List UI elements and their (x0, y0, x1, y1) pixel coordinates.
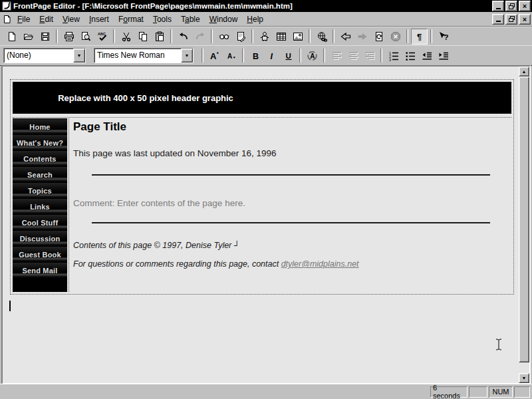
menu-insert[interactable]: Insert (84, 13, 114, 25)
menu-table[interactable]: Table (176, 13, 205, 25)
child-minimize-icon (496, 21, 501, 22)
child-minimize-button[interactable] (492, 14, 504, 25)
font-dropdown-button[interactable]: ▼ (181, 49, 193, 63)
nav-button-cool-stuff[interactable]: Cool Stuff (13, 215, 67, 230)
insert-image-button[interactable] (289, 29, 306, 45)
minimize-icon (496, 8, 501, 9)
horizontal-rule[interactable] (92, 174, 490, 176)
redo-icon (195, 31, 205, 42)
show-frontpage-explorer-button[interactable] (215, 29, 232, 45)
align-center-button[interactable] (344, 48, 361, 64)
copyright-text: Contents of this page © 1997, Denise Tyl… (73, 241, 234, 250)
underline-button[interactable]: U (280, 48, 297, 64)
underline-icon: U (283, 51, 294, 61)
align-left-button[interactable] (328, 48, 344, 64)
check-spelling-button[interactable]: ABC (94, 29, 110, 45)
menu-help[interactable]: Help (242, 13, 268, 25)
scrollbar-thumb[interactable] (519, 76, 529, 362)
horizontal-rule[interactable] (92, 222, 490, 223)
frontpage-app-icon[interactable] (2, 1, 11, 11)
menu-view[interactable]: View (58, 13, 84, 25)
nav-button-whats-new[interactable]: What's New? (13, 135, 67, 150)
nav-button-contents[interactable]: Contents (13, 151, 67, 166)
nav-button-guest-book[interactable]: Guest Book (13, 247, 67, 262)
font-family-combo[interactable]: Times New Roman ▼ (94, 48, 194, 63)
nav-button-links[interactable]: Links (13, 199, 67, 214)
cut-button[interactable] (118, 29, 134, 45)
page-content[interactable]: Page Title This page was last updated on… (68, 118, 511, 292)
bold-button[interactable]: B (247, 48, 263, 64)
menu-window[interactable]: Window (205, 13, 243, 25)
svg-text:A: A (210, 51, 217, 61)
titlebar[interactable]: FrontPage Editor - [F:\Microsoft FrontPa… (0, 0, 532, 12)
text-color-button[interactable]: A (304, 48, 321, 64)
scroll-down-button[interactable]: ▼ (519, 373, 529, 383)
document-window-icon[interactable] (3, 15, 11, 24)
child-restore-button[interactable] (505, 14, 517, 25)
document-canvas[interactable]: Replace with 400 x 50 pixel header graph… (3, 66, 519, 383)
minimize-button[interactable] (492, 1, 504, 11)
undo-button[interactable] (175, 29, 192, 45)
stop-button[interactable] (387, 29, 404, 45)
print-preview-button[interactable] (77, 29, 94, 45)
header-banner[interactable]: Replace with 400 x 50 pixel header graph… (13, 82, 511, 114)
increase-indent-button[interactable] (435, 48, 452, 64)
scroll-up-button[interactable]: ▲ (519, 66, 529, 76)
print-button[interactable] (61, 29, 77, 45)
template-table[interactable]: Replace with 400 x 50 pixel header graph… (10, 79, 514, 295)
numbered-list-icon: 123 (388, 51, 399, 61)
copy-button[interactable] (134, 29, 151, 45)
increase-text-size-button[interactable]: A (206, 48, 223, 64)
show-todo-list-button[interactable] (232, 29, 249, 45)
paragraph-style-combo[interactable]: (None) ▼ (3, 48, 86, 63)
statusbar: 6 seconds NUM (0, 384, 532, 399)
save-icon (40, 31, 51, 42)
svg-text:A: A (310, 53, 315, 60)
align-right-button[interactable] (361, 48, 378, 64)
ibeam-cursor (493, 338, 504, 351)
redo-button[interactable] (192, 29, 208, 45)
nav-button-topics[interactable]: Topics (13, 183, 67, 198)
nav-button-search[interactable]: Search (13, 167, 67, 182)
decrease-indent-button[interactable] (418, 48, 435, 64)
copyright-line[interactable]: Contents of this page © 1997, Denise Tyl… (73, 241, 510, 251)
vertical-scrollbar[interactable]: ▲ ▼ (519, 66, 529, 383)
forward-button[interactable] (354, 29, 370, 45)
email-link[interactable]: dtyler@midplains.net (281, 259, 359, 269)
create-hyperlink-button[interactable] (313, 29, 330, 45)
refresh-button[interactable] (370, 29, 387, 45)
menu-format[interactable]: Format (114, 13, 148, 25)
decrease-text-size-button[interactable]: A (223, 48, 239, 64)
help-button[interactable]: ? (435, 29, 452, 45)
contact-line[interactable]: For questions or comments regarding this… (73, 259, 510, 269)
child-close-button[interactable]: × (519, 14, 531, 25)
menu-edit[interactable]: Edit (35, 13, 58, 25)
nav-button-discussion[interactable]: Discussion (13, 231, 67, 246)
save-button[interactable] (37, 29, 53, 45)
close-button[interactable]: × (519, 1, 531, 11)
insert-table-button[interactable] (273, 29, 289, 45)
last-updated-line[interactable]: This page was last updated on November 1… (73, 148, 510, 158)
bulleted-list-button[interactable] (402, 48, 418, 64)
page-footer[interactable]: Contents of this page © 1997, Denise Tyl… (73, 241, 510, 269)
template-body-row: Home What's New? Contents Search Topics … (13, 117, 511, 292)
new-page-button[interactable] (3, 29, 20, 45)
comment-line[interactable]: Comment: Enter contents of the page here… (73, 198, 510, 208)
check-spelling-icon: ABC (97, 31, 108, 42)
numbered-list-button[interactable]: 123 (385, 48, 402, 64)
show-format-marks-button[interactable]: ¶ (411, 29, 428, 45)
italic-button[interactable]: I (263, 48, 280, 64)
open-button[interactable] (20, 29, 37, 45)
back-button[interactable] (337, 29, 354, 45)
style-dropdown-button[interactable]: ▼ (73, 49, 85, 63)
page-title[interactable]: Page Title (73, 120, 510, 134)
menu-tools[interactable]: Tools (148, 13, 176, 25)
new-page-icon (7, 31, 17, 42)
nav-button-send-mail[interactable]: Send Mail (13, 263, 67, 278)
paste-button[interactable] (151, 29, 168, 45)
print-preview-icon (80, 31, 91, 42)
restore-button[interactable] (505, 1, 517, 11)
insert-webbot-button[interactable] (256, 29, 273, 45)
menu-file[interactable]: File (13, 13, 35, 25)
nav-button-home[interactable]: Home (13, 119, 67, 134)
